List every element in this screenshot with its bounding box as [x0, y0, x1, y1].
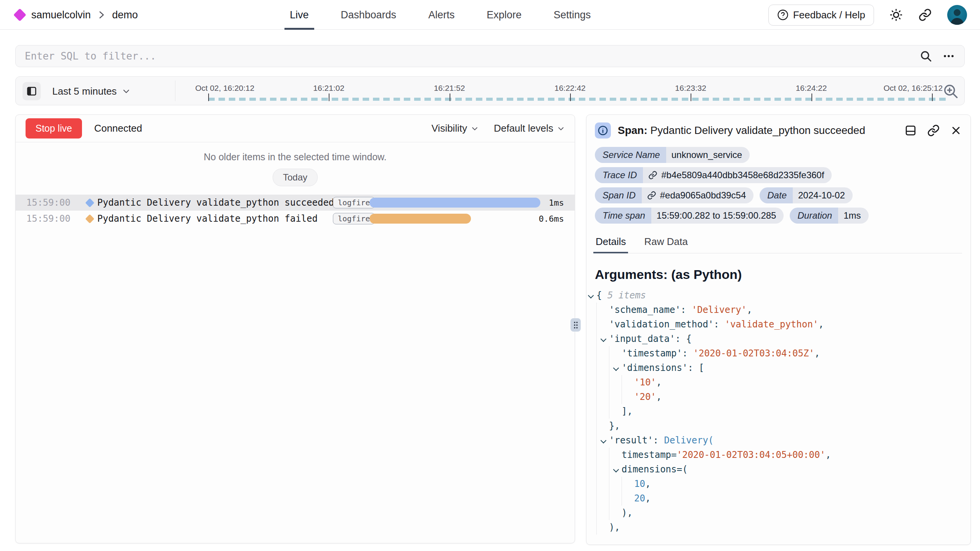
badge-value: 1ms [838, 208, 868, 224]
indent-guide [596, 419, 609, 433]
duration-bar [370, 198, 540, 208]
tab-details[interactable]: Details [595, 234, 627, 253]
log-timestamp: 15:59:00 [26, 197, 87, 208]
code-line: }, [596, 419, 962, 433]
zoom-in-icon[interactable] [942, 83, 959, 100]
project-name[interactable]: demo [112, 9, 138, 21]
timeline-tick [811, 93, 812, 101]
badge-value: #b4e5809a440dbb3458e68d2335fe360f [643, 167, 832, 183]
sql-filter-input[interactable] [25, 50, 909, 62]
indent-guide [609, 491, 622, 506]
span-badge-duration: Duration1ms [790, 208, 868, 224]
badge-label: Trace ID [595, 167, 643, 183]
divider [175, 81, 175, 101]
badge-label: Time span [595, 208, 651, 224]
nav-tab-explore[interactable]: Explore [487, 0, 522, 30]
indent-guide [609, 448, 622, 462]
user-avatar[interactable] [947, 5, 967, 25]
indent-guide [596, 506, 609, 520]
code-line: { 5 items [596, 288, 962, 303]
indent-guide [609, 390, 622, 404]
timeline-tick-label: Oct 02, 16:25:12 [884, 84, 943, 93]
collapse-caret-icon[interactable] [599, 433, 609, 448]
time-range-select[interactable]: Last 5 minutes [52, 77, 130, 106]
sidebar-toggle-icon[interactable] [22, 82, 41, 100]
indent-guide [609, 477, 622, 491]
feedback-help-button[interactable]: Feedback / Help [768, 5, 874, 26]
panel-resize-handle[interactable] [570, 318, 581, 332]
top-header: samuelcolvin demo LiveDashboardsAlertsEx… [0, 0, 980, 30]
log-tag[interactable]: logfire [333, 213, 375, 224]
org-name[interactable]: samuelcolvin [31, 9, 91, 21]
indent-guide [622, 491, 634, 506]
duration-bar [370, 214, 471, 224]
code-line: 'dimensions': [ [596, 361, 962, 375]
arguments-code-tree: { 5 items'schema_name': 'Delivery','vali… [596, 288, 962, 535]
timeline-tick [450, 93, 450, 101]
tab-raw-data[interactable]: Raw Data [643, 234, 688, 253]
indent-guide [596, 303, 609, 317]
connection-status: Connected [94, 122, 142, 134]
link-icon[interactable] [648, 171, 657, 180]
log-message: Pydantic Delivery validate_python succee… [97, 197, 333, 208]
timeline-tick-label: 16:21:52 [434, 84, 465, 93]
badge-value: 15:59:00.282 to 15:59:00.285 [651, 208, 784, 224]
collapse-caret-icon[interactable] [586, 288, 596, 303]
nav-tab-settings[interactable]: Settings [554, 0, 591, 30]
log-row[interactable]: 15:59:00Pydantic Delivery validate_pytho… [16, 195, 575, 211]
theme-toggle-sun-icon[interactable] [889, 8, 903, 22]
timeline-tick-label: 16:23:32 [675, 84, 706, 93]
sql-filter-bar [15, 45, 965, 67]
timeline-bar: Last 5 minutes Oct 02, 16:20:1216:21:021… [15, 76, 965, 105]
span-badge-date: Date2024-10-02 [760, 187, 852, 203]
code-line: 'schema_name': 'Delivery', [596, 303, 962, 317]
log-tag[interactable]: logfire [333, 197, 375, 208]
log-row[interactable]: 15:59:00Pydantic Delivery validate_pytho… [16, 211, 575, 227]
share-link-icon[interactable] [918, 8, 932, 22]
search-icon[interactable] [919, 50, 932, 63]
live-view-panel: Stop live Connected Visibility Default l… [15, 114, 575, 543]
indent-guide [596, 375, 609, 390]
close-icon[interactable] [950, 124, 962, 137]
default-levels-dropdown[interactable]: Default levels [494, 122, 565, 134]
code-line: 'validation_method': 'validate_python', [596, 317, 962, 332]
indent-guide [622, 390, 634, 404]
timeline-dash-line [208, 98, 947, 101]
collapse-caret-icon[interactable] [612, 361, 622, 375]
nav-tab-alerts[interactable]: Alerts [428, 0, 455, 30]
span-badge-trace-id: Trace ID#b4e5809a440dbb3458e68d2335fe360… [595, 167, 832, 183]
dock-panel-icon[interactable] [904, 124, 917, 137]
more-options-icon[interactable] [942, 50, 955, 63]
today-button[interactable]: Today [273, 169, 318, 186]
info-icon [595, 122, 611, 139]
code-line: 20, [596, 491, 962, 506]
collapse-caret-icon[interactable] [612, 462, 622, 477]
span-detail-panel: Span: Pydantic Delivery validate_python … [586, 114, 971, 545]
timeline-track[interactable]: Oct 02, 16:20:1216:21:0216:21:5216:22:42… [193, 77, 947, 106]
nav-tab-dashboards[interactable]: Dashboards [341, 0, 397, 30]
code-line: '10', [596, 375, 962, 390]
stop-live-button[interactable]: Stop live [26, 118, 82, 139]
code-line: ), [596, 506, 962, 520]
badge-value: #eda9065a0bd39c54 [642, 187, 754, 203]
link-icon[interactable] [647, 191, 656, 200]
code-line: ), [596, 520, 962, 535]
chevron-right-icon [98, 10, 105, 19]
indent-guide [596, 390, 609, 404]
logfire-logo-icon[interactable] [13, 8, 26, 21]
indent-guide [596, 346, 609, 361]
badge-value: unknown_service [666, 147, 750, 163]
indent-guide [622, 375, 634, 390]
code-line: timestamp='2020-01-02T03:04:05+00:00', [596, 448, 962, 462]
timeline-tick [329, 93, 329, 101]
level-diamond-icon [85, 214, 94, 223]
span-title: Span: Pydantic Delivery validate_python … [618, 124, 865, 137]
indent-guide [596, 462, 609, 477]
nav-tab-live[interactable]: Live [290, 0, 309, 30]
copy-link-icon[interactable] [927, 124, 940, 137]
timeline-tick [208, 93, 209, 101]
collapse-caret-icon[interactable] [599, 332, 609, 346]
code-line: 10, [596, 477, 962, 491]
timeline-tick [570, 93, 571, 101]
visibility-dropdown[interactable]: Visibility [431, 122, 478, 134]
